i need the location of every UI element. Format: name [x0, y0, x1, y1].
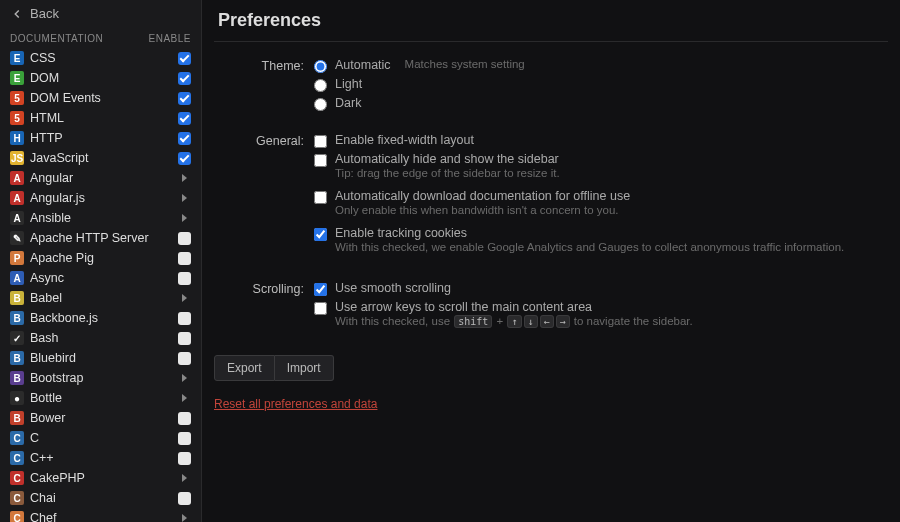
doc-label: Bluebird	[30, 351, 171, 365]
doc-row[interactable]: BBackbone.js	[0, 308, 201, 328]
doc-label: JavaScript	[30, 151, 171, 165]
doc-row[interactable]: ●Bottle	[0, 388, 201, 408]
doc-icon: JS	[10, 151, 24, 165]
sidebar-header: DOCUMENTATION ENABLE	[0, 27, 201, 48]
general-checkbox[interactable]	[314, 154, 327, 167]
theme-radio[interactable]	[314, 60, 327, 73]
expand-arrow-icon[interactable]	[177, 371, 191, 385]
theme-option-hint: Matches system setting	[405, 58, 525, 70]
doc-label: Apache Pig	[30, 251, 171, 265]
export-button[interactable]: Export	[214, 355, 275, 381]
doc-row[interactable]: PApache Pig	[0, 248, 201, 268]
expand-arrow-icon[interactable]	[177, 471, 191, 485]
doc-row[interactable]: CCakePHP	[0, 468, 201, 488]
enable-checkbox[interactable]	[177, 351, 191, 365]
reset-link[interactable]: Reset all preferences and data	[214, 397, 377, 411]
general-option-label: Enable tracking cookies	[335, 226, 844, 240]
doc-label: C	[30, 431, 171, 445]
enable-checkbox[interactable]	[177, 431, 191, 445]
theme-option-label: Dark	[335, 96, 361, 110]
general-option-hint: Tip: drag the edge of the sidebar to res…	[335, 167, 560, 179]
general-option-label: Automatically hide and show the sidebar	[335, 152, 560, 166]
doc-row[interactable]: AAngular.js	[0, 188, 201, 208]
enable-checkbox[interactable]	[177, 311, 191, 325]
doc-label: CakePHP	[30, 471, 171, 485]
doc-row[interactable]: ✎Apache HTTP Server	[0, 228, 201, 248]
general-option[interactable]: Enable tracking cookiesWith this checked…	[314, 226, 888, 259]
expand-arrow-icon[interactable]	[177, 291, 191, 305]
doc-row[interactable]: CChai	[0, 488, 201, 508]
doc-icon: E	[10, 71, 24, 85]
doc-row[interactable]: CC	[0, 428, 201, 448]
doc-row[interactable]: HHTTP	[0, 128, 201, 148]
general-option[interactable]: Automatically download documentation for…	[314, 189, 888, 222]
theme-radio[interactable]	[314, 98, 327, 111]
enable-checkbox[interactable]	[177, 71, 191, 85]
kbd-key: ↑	[507, 315, 521, 328]
enable-checkbox[interactable]	[177, 491, 191, 505]
expand-arrow-icon[interactable]	[177, 171, 191, 185]
expand-arrow-icon[interactable]	[177, 391, 191, 405]
doc-row[interactable]: AAnsible	[0, 208, 201, 228]
doc-icon: ✎	[10, 231, 24, 245]
enable-checkbox[interactable]	[177, 131, 191, 145]
doc-row[interactable]: BBower	[0, 408, 201, 428]
general-option[interactable]: Enable fixed-width layout	[314, 133, 888, 148]
scrolling-option-hint: With this checked, use shift + ↑↓←→ to n…	[335, 315, 693, 327]
doc-row[interactable]: AAngular	[0, 168, 201, 188]
scrolling-checkbox[interactable]	[314, 283, 327, 296]
doc-label: Bower	[30, 411, 171, 425]
enable-checkbox[interactable]	[177, 271, 191, 285]
preferences-form: Theme: AutomaticMatches system settingLi…	[214, 42, 888, 411]
enable-checkbox[interactable]	[177, 331, 191, 345]
expand-arrow-icon[interactable]	[177, 211, 191, 225]
expand-arrow-icon[interactable]	[177, 511, 191, 522]
doc-row[interactable]: BBootstrap	[0, 368, 201, 388]
import-button[interactable]: Import	[275, 355, 334, 381]
doc-icon: C	[10, 471, 24, 485]
doc-icon: E	[10, 51, 24, 65]
enable-checkbox[interactable]	[177, 231, 191, 245]
doc-icon: B	[10, 371, 24, 385]
doc-row[interactable]: BBluebird	[0, 348, 201, 368]
scrolling-option[interactable]: Use smooth scrolling	[314, 281, 888, 296]
theme-section-label: Theme:	[214, 58, 314, 115]
doc-row[interactable]: BBabel	[0, 288, 201, 308]
doc-label: CSS	[30, 51, 171, 65]
doc-row[interactable]: CC++	[0, 448, 201, 468]
theme-option-label: Automatic	[335, 58, 391, 72]
general-option[interactable]: Automatically hide and show the sidebarT…	[314, 152, 888, 185]
theme-option[interactable]: AutomaticMatches system setting	[314, 58, 888, 73]
doc-row[interactable]: 5DOM Events	[0, 88, 201, 108]
main-content: Preferences Theme: AutomaticMatches syst…	[202, 0, 900, 522]
theme-radio[interactable]	[314, 79, 327, 92]
scrolling-option[interactable]: Use arrow keys to scroll the main conten…	[314, 300, 888, 333]
expand-arrow-icon[interactable]	[177, 191, 191, 205]
doc-row[interactable]: 5HTML	[0, 108, 201, 128]
doc-row[interactable]: JSJavaScript	[0, 148, 201, 168]
general-checkbox[interactable]	[314, 228, 327, 241]
doc-row[interactable]: ✓Bash	[0, 328, 201, 348]
doc-row[interactable]: ECSS	[0, 48, 201, 68]
doc-icon: ●	[10, 391, 24, 405]
doc-label: Angular.js	[30, 191, 171, 205]
scrolling-checkbox[interactable]	[314, 302, 327, 315]
enable-checkbox[interactable]	[177, 251, 191, 265]
doc-row[interactable]: EDOM	[0, 68, 201, 88]
enable-checkbox[interactable]	[177, 111, 191, 125]
enable-checkbox[interactable]	[177, 451, 191, 465]
theme-option[interactable]: Dark	[314, 96, 888, 111]
doc-row[interactable]: AAsync	[0, 268, 201, 288]
sidebar-header-left: DOCUMENTATION	[10, 33, 103, 44]
theme-option[interactable]: Light	[314, 77, 888, 92]
back-button[interactable]: Back	[0, 0, 201, 27]
enable-checkbox[interactable]	[177, 51, 191, 65]
doc-icon: B	[10, 311, 24, 325]
general-checkbox[interactable]	[314, 135, 327, 148]
enable-checkbox[interactable]	[177, 411, 191, 425]
enable-checkbox[interactable]	[177, 91, 191, 105]
general-section-label: General:	[214, 133, 314, 263]
doc-row[interactable]: CChef	[0, 508, 201, 522]
general-checkbox[interactable]	[314, 191, 327, 204]
enable-checkbox[interactable]	[177, 151, 191, 165]
